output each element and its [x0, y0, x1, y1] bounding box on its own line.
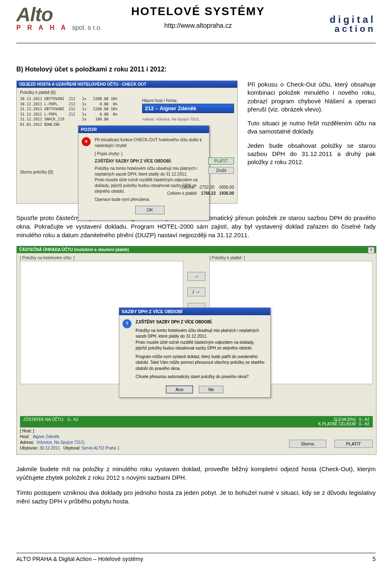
zaloha-v2: -3000.00: [218, 185, 234, 189]
host-l2: Adresa:: [20, 440, 34, 445]
page-number: 5: [372, 556, 376, 562]
topay-label: K PLATBĚ CELKEM:: [318, 422, 357, 426]
vat-dialog: SAZBY DPH Z VÍCE OBDOBÍ ? ZJIŠTĚNY SAZBY…: [119, 307, 271, 398]
host-v1: Aigner Zdeněk: [33, 434, 59, 439]
window-title: ODJEZD HOSTA A UZAVŘENÍ HOTELOVÉHO ÚČTU …: [17, 81, 237, 88]
logo-praha-text: P R A H A: [16, 24, 68, 31]
ok-button[interactable]: OK: [135, 206, 165, 214]
host-l1: Host:: [20, 434, 29, 439]
logo-da-line2: action: [334, 24, 376, 34]
section-b-heading: B) Hotelový účet s položkami z roku 2011…: [16, 66, 376, 73]
page-header: Alto P R A H A spol. s r.o. HOTELOVÉ SYS…: [16, 4, 376, 43]
error-p3: Operace bude nyní přerušena.: [95, 197, 205, 203]
guest-label: Hlavní host / Firma:: [142, 98, 234, 103]
discount-value: 0.- Kč: [359, 417, 370, 422]
celkem-v1: 1766.22: [201, 191, 216, 196]
screenshot-checkout: ODJEZD HOSTA A UZAVŘENÍ HOTELOVÉHO ÚČTU …: [16, 80, 238, 204]
zrusit-button[interactable]: Zrušit: [208, 167, 234, 174]
logo-alto: Alto P R A H A spol. s r.o.: [16, 4, 102, 31]
side-text: Při pokusu o Check-Out účtu, který obsah…: [247, 80, 376, 204]
guest-box: Hlavní host / Firma: 212 – Aigner Zdeněk…: [142, 98, 234, 121]
logo-digital-action: digital action: [294, 4, 376, 33]
zaloha-v1: -2752.20: [198, 185, 214, 189]
error-heading: ZJIŠTĚNY SAZBY DPH Z VÍCE OBDOBÍ.: [95, 158, 205, 164]
error-popis-label: [ Popis chyby: ]: [95, 151, 205, 157]
host-l3: Ubytován:: [20, 446, 38, 450]
vat-dialog-question: Chcete přesunou automaticky staré položk…: [136, 374, 266, 380]
host-v3: 30.12.2011: [40, 446, 60, 450]
header-rule: [16, 43, 376, 43]
question-icon: ?: [122, 319, 131, 328]
logo-da-line1: digital: [294, 15, 376, 24]
storno-label: Storno položky [0]:: [20, 170, 54, 174]
host-v4: Servis ALTO Praha 1: [82, 446, 120, 450]
platit-button[interactable]: PLATIT: [208, 158, 234, 165]
side-p1: Při pokusu o Check-Out účtu, který obsah…: [247, 80, 376, 114]
vat-dialog-p1: Položky na tomto hotelovém účtu obsahují…: [136, 328, 266, 340]
platit-button-2[interactable]: PLATIT: [334, 440, 373, 448]
guest-name: 212 – Aigner Zdeněk: [142, 104, 234, 113]
error-dialog-title: POZOR: [78, 126, 209, 133]
right-pane-label: [ Položky k platbě: ]: [209, 256, 373, 260]
close-icon[interactable]: ×: [368, 247, 374, 254]
yes-button[interactable]: Ano: [166, 386, 193, 393]
paragraph-3: Tímto postupem vzniknou dva doklady pro …: [16, 488, 376, 505]
side-p2: Tuto situaci je nutno řešit rozdělením ú…: [247, 119, 376, 136]
logo-spol-text: spol. s r.o.: [72, 24, 102, 31]
host-l4: Ubytoval:: [63, 446, 80, 450]
discount-label: SLEVA [0%]:: [334, 417, 357, 422]
screenshot-partial-payment: ČÁSTEČNÁ ÚHRADA ÚČTU (rozložení a slouče…: [16, 246, 376, 455]
page-footer: ALTO PRAHA & Digital Action – Hotelové s…: [16, 553, 376, 562]
guest-addr-label: Adresa:: [142, 117, 155, 121]
no-button[interactable]: Ne: [199, 386, 223, 393]
vat-dialog-title: SAZBY DPH Z VÍCE OBDOBÍ: [119, 308, 270, 315]
logo-alto-text: Alto: [16, 6, 102, 23]
paragraph-2: Jakmile budete mít na položky z minulého…: [16, 465, 376, 482]
window2-title: ČÁSTEČNÁ ÚHRADA ÚČTU (rozložení a slouče…: [17, 246, 376, 253]
header-center: HOTELOVÉ SYSTÉMY http://www.altopraha.cz: [102, 4, 294, 29]
left-pane-label: [ Položky na hotelovém účtu: ]: [20, 256, 183, 260]
vat-dialog-p3: Program může nyní vystavit doklad, který…: [136, 354, 266, 372]
host-info: [ Host: ] Host: Aigner Zdeněk Adresa: Vr…: [20, 428, 120, 451]
items-label: Položky k platbě [6]:: [20, 90, 234, 95]
page-title: HOTELOVÉ SYSTÉMY: [102, 5, 294, 18]
green-status-bar: ZŮSTATEK NA ÚČTU: 0.- Kč SLEVA [0%]: 0.-…: [20, 416, 373, 427]
error-dialog: POZOR ✕ Při inicializaci funkce CHECK-OU…: [78, 125, 209, 220]
error-p1: Položky na tomto hotelovém účtu obsahují…: [95, 166, 205, 177]
balance-value: 0.- Kč: [68, 417, 78, 422]
move-right-button[interactable]: →: [187, 272, 205, 281]
host-v2: Vršovice, Na Spojce 731/1,: [36, 440, 85, 445]
header-link: http://www.altopraha.cz: [102, 22, 294, 29]
celkem-label: Celkem k platbě:: [167, 191, 198, 196]
summary-box: Záloha: -2752.20 -3000.00 Celkem k platb…: [167, 184, 234, 196]
vat-dialog-head: ZJIŠTĚNY SAZBY DPH Z VÍCE OBDOBÍ.: [136, 319, 266, 325]
guest-addr-value: Vršovice, Na Spojce 731/1,: [156, 117, 200, 121]
vat-dialog-p2: Proto musíte účet ručně rozdělit částečn…: [136, 340, 266, 352]
error-intro: Při inicializaci funkce CHECK-OUT hotelo…: [95, 137, 205, 149]
topay-value: 0.- Kč: [359, 422, 370, 426]
balance-label: ZŮSTATEK NA ÚČTU:: [23, 417, 64, 422]
storno-button[interactable]: Storno: [289, 440, 326, 448]
footer-text: ALTO PRAHA & Digital Action – Hotelové s…: [16, 556, 143, 562]
side-p3: Jeden bude obsahovat položky se starou s…: [247, 142, 376, 167]
zaloha-label: Záloha:: [181, 185, 195, 189]
error-icon: ✕: [82, 137, 91, 146]
move-all-button[interactable]: / →: [187, 287, 205, 296]
host-heading: [ Host: ]: [20, 428, 120, 434]
celkem-v2: 1936.00: [219, 191, 234, 196]
